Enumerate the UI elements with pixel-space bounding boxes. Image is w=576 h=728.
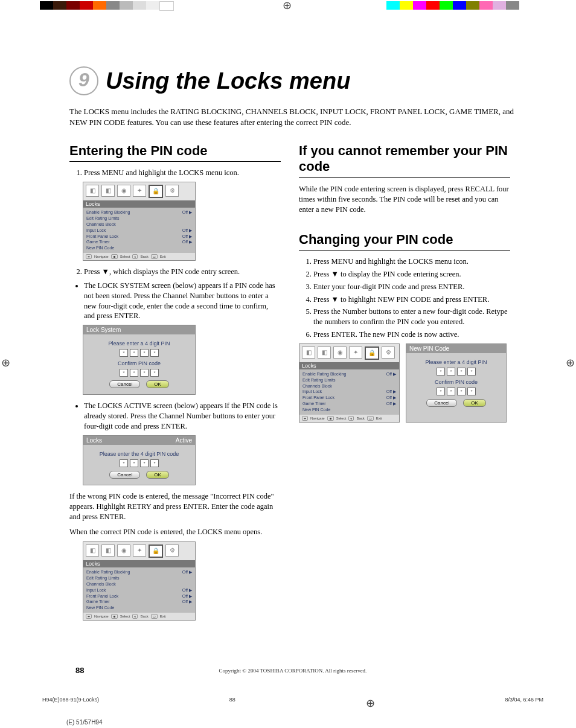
entering-steps-cont: Press ▼, which displays the PIN code ent… xyxy=(69,267,281,277)
imprint-date: 8/3/04, 6:46 PM xyxy=(505,697,543,710)
osd-tab-icon: ◉ xyxy=(117,544,130,557)
osd-tab-locks-icon: 🔒 xyxy=(365,346,379,360)
page-content: 9 Using the Locks menu The LOCKS menu in… xyxy=(69,66,516,627)
cancel-button: Cancel xyxy=(426,399,457,407)
pin-digit: * xyxy=(140,459,149,467)
changing-steps: Press MENU and highlight the LOCKS menu … xyxy=(299,257,510,340)
color-bar-left xyxy=(40,1,174,10)
registration-mark-icon: ⊕ xyxy=(1,356,10,369)
pin-digit: * xyxy=(457,388,466,395)
pin-digit: * xyxy=(437,388,445,395)
pin-digit: * xyxy=(130,369,138,377)
osd-tab-icon: ⚙ xyxy=(165,185,179,197)
bullet: The LOCKS ACTIVE screen (below) appears … xyxy=(84,401,281,432)
correct-pin-paragraph: When the correct PIN code is entered, th… xyxy=(69,527,281,537)
rule xyxy=(69,161,281,162)
osd-tab-icon: ◉ xyxy=(333,346,347,359)
osd-tab-icon: ⚙ xyxy=(165,544,179,557)
imprint-file: H94(E)088-91(9-Locks) xyxy=(42,697,99,710)
pin-digit: * xyxy=(467,388,476,395)
bullet: The LOCK SYSTEM screen (below) appears i… xyxy=(84,281,281,322)
dialog-title: Locks xyxy=(86,437,102,444)
osd-locks-menu: ◧ ◧ ◉ ✦ 🔒 ⚙ Locks Enable Rating Blocking… xyxy=(299,343,400,423)
pin-digit: * xyxy=(150,349,159,357)
imprint-pagenum: 88 xyxy=(229,697,235,710)
osd-tab-icon: ⚙ xyxy=(382,346,395,359)
step: Press ▼ to highlight NEW PIN CODE and pr… xyxy=(313,295,510,305)
entering-bullets-2: The LOCKS ACTIVE screen (below) appears … xyxy=(69,401,281,432)
osd-tab-icon: ✦ xyxy=(133,544,146,557)
step: Press MENU and highlight the LOCKS menu … xyxy=(84,168,281,178)
registration-mark-icon: ⊕ xyxy=(366,697,375,710)
step: Press ▼ to display the PIN code entering… xyxy=(313,269,510,279)
pin-entry: * * * * xyxy=(87,369,191,377)
pin-digit: * xyxy=(150,369,159,377)
pin-digit: * xyxy=(447,368,455,375)
osd-tab-icon: ◧ xyxy=(86,185,99,197)
copyright-footer: Copyright © 2004 TOSHIBA CORPORATION. Al… xyxy=(69,668,516,674)
step: Press the Number buttons to enter a new … xyxy=(313,307,510,327)
rule xyxy=(299,250,510,251)
dialog-status: Active xyxy=(176,437,192,444)
dialog-title: Lock System xyxy=(86,327,121,333)
osd-tab-locks-icon: 🔒 xyxy=(149,185,163,198)
pin-digit: * xyxy=(447,388,455,395)
osd-tab-icon: ◧ xyxy=(101,544,115,557)
ok-button: OK xyxy=(146,471,169,479)
dialog-title: New PIN Code xyxy=(409,345,449,352)
pin-digit: * xyxy=(140,349,149,357)
pin-digit: * xyxy=(457,368,466,375)
osd-tab-icon: ◧ xyxy=(302,346,315,359)
osd-tab-icon: ◧ xyxy=(101,185,115,197)
step: Press MENU and highlight the LOCKS menu … xyxy=(313,257,510,267)
step: Press ▼, which displays the PIN code ent… xyxy=(84,267,281,277)
osd-tab-icon: ✦ xyxy=(133,185,146,197)
registration-mark-icon: ⊕ xyxy=(566,356,575,369)
left-column: Entering the PIN code Press MENU and hig… xyxy=(69,143,281,627)
pin-entry: * * * * xyxy=(87,349,191,357)
pin-digit: * xyxy=(120,459,128,467)
manual-page: ⊕ ⊕ ⊕ 9 Using the Locks menu The LOCKS m… xyxy=(0,0,576,728)
osd-tab-row: ◧ ◧ ◉ ✦ 🔒 ⚙ xyxy=(83,182,195,200)
registration-top: ⊕ xyxy=(0,0,576,19)
pin-digit: * xyxy=(130,349,138,357)
dialog-msg: Please enter the 4 digit PIN code xyxy=(87,451,191,457)
osd-locks-active-dialog: Locks Active Please enter the 4 digit PI… xyxy=(83,435,196,485)
pin-digit: * xyxy=(467,368,476,375)
cancel-button: Cancel xyxy=(109,471,140,479)
color-bar-right xyxy=(386,1,519,10)
pin-digit: * xyxy=(120,369,128,377)
right-column: If you cannot remember your PIN code Whi… xyxy=(299,143,510,627)
cancel-button: Cancel xyxy=(109,380,140,388)
section-heading-changing: Changing your PIN code xyxy=(299,232,510,247)
model-stamp: (E) 51/57H94 xyxy=(66,719,102,726)
ok-button: OK xyxy=(146,380,169,388)
osd-locks-menu: ◧ ◧ ◉ ✦ 🔒 ⚙ Locks Enable Rating Blocking… xyxy=(83,182,196,261)
osd-tab-locks-icon: 🔒 xyxy=(149,544,163,558)
osd-tab-icon: ◧ xyxy=(86,544,99,557)
osd-new-pin-dialog: New PIN Code Please enter a 4 digit PIN … xyxy=(406,343,507,423)
pin-entry: * * * * xyxy=(87,459,191,467)
pin-digit: * xyxy=(437,368,445,375)
chapter-number: 9 xyxy=(69,66,98,95)
ok-button: OK xyxy=(463,399,486,407)
pin-digit: * xyxy=(140,369,149,377)
osd-body: Enable Rating BlockingOff▶ Edit Rating L… xyxy=(83,208,195,253)
step: Enter your four-digit PIN code and press… xyxy=(313,282,510,292)
osd-title: Locks xyxy=(83,200,195,208)
registration-mark-icon: ⊕ xyxy=(283,0,292,12)
chapter-heading: 9 Using the Locks menu xyxy=(69,66,516,95)
rule xyxy=(299,177,510,178)
print-imprint: H94(E)088-91(9-Locks) 88 ⊕ 8/3/04, 6:46 … xyxy=(42,697,543,710)
chapter-title: Using the Locks menu xyxy=(106,69,350,92)
entering-bullets: The LOCK SYSTEM screen (below) appears i… xyxy=(69,281,281,322)
dialog-msg: Please enter a 4 digit PIN xyxy=(87,340,191,346)
entering-steps: Press MENU and highlight the LOCKS menu … xyxy=(69,168,281,178)
pin-digit: * xyxy=(120,349,128,357)
osd-footer: ⬌Navigate ⏺Select ◂Back ▭Exit xyxy=(83,253,195,260)
section-heading-forgot: If you cannot remember your PIN code xyxy=(299,143,510,175)
two-columns: Entering the PIN code Press MENU and hig… xyxy=(69,143,516,627)
osd-pair: ◧ ◧ ◉ ✦ 🔒 ⚙ Locks Enable Rating Blocking… xyxy=(299,343,510,423)
dialog-msg: Confirm PIN code xyxy=(87,360,191,366)
osd-lock-system-dialog: Lock System Please enter a 4 digit PIN *… xyxy=(83,325,196,395)
